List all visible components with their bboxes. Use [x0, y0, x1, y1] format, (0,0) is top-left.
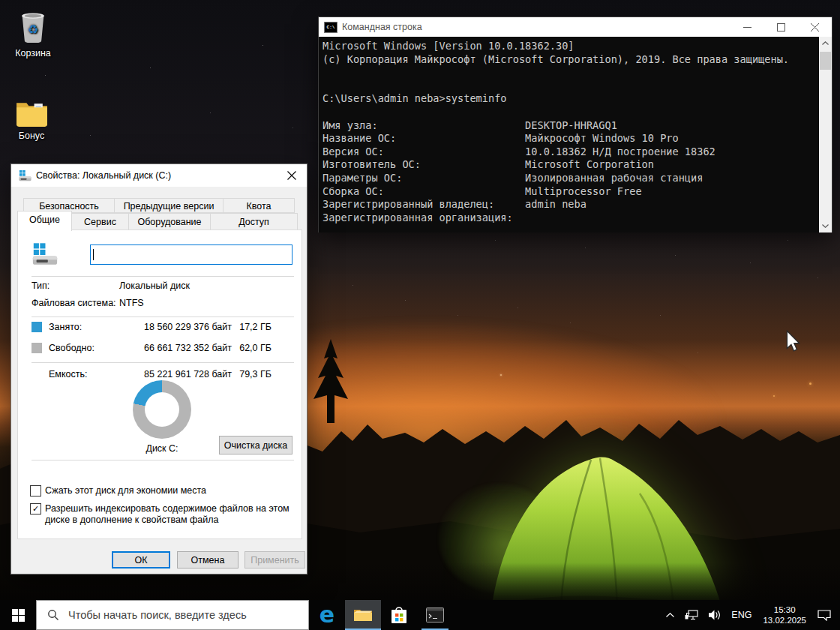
- general-tab-panel: Тип: Локальный диск Файловая система: NT…: [17, 230, 302, 539]
- tab-previous-versions[interactable]: Предыдущие версии: [114, 198, 224, 213]
- disk-chart-label: Диск C:: [133, 443, 191, 454]
- volume-name-input[interactable]: [90, 244, 292, 265]
- separator: [32, 460, 294, 460]
- cmd-output-line: Параметры ОС: Изолированная рабочая стан…: [322, 172, 817, 185]
- clock-date: 13.02.2025: [763, 615, 806, 626]
- used-size: 17,2 ГБ: [219, 322, 272, 332]
- free-swatch: [32, 343, 42, 353]
- compress-checkbox[interactable]: [30, 485, 41, 496]
- tab-sharing[interactable]: Доступ: [210, 213, 298, 230]
- taskbar-store-button[interactable]: [381, 600, 417, 630]
- cmd-titlebar[interactable]: C:\ Командная строка: [319, 17, 832, 37]
- tab-tools[interactable]: Сервис: [71, 213, 129, 230]
- vertical-scrollbar[interactable]: [819, 37, 832, 232]
- type-value: Локальный диск: [119, 280, 190, 291]
- start-button[interactable]: [0, 600, 36, 630]
- taskbar-edge-button[interactable]: e: [309, 600, 345, 630]
- cmd-output-line: Изготовитель ОС: Microsoft Corporation: [322, 158, 817, 172]
- tray-chevron-up-icon[interactable]: [661, 600, 680, 630]
- network-icon[interactable]: [680, 600, 704, 630]
- cmd-output-line: [322, 106, 817, 119]
- text-caret: [93, 249, 94, 260]
- cmd-output-line: [322, 80, 817, 93]
- maximize-button[interactable]: [764, 17, 798, 37]
- search-icon: [47, 609, 59, 621]
- scrollbar-thumb[interactable]: [820, 52, 831, 70]
- cancel-button[interactable]: Отмена: [177, 551, 238, 568]
- cmd-window: C:\ Командная строка Microsoft Windows […: [318, 16, 832, 232]
- filesystem-label: Файловая система:: [32, 298, 116, 308]
- microsoft-store-icon: [390, 605, 408, 625]
- cmd-output-line: Версия ОС: 10.0.18362 Н/Д построение 183…: [322, 146, 817, 159]
- search-input[interactable]: [67, 608, 308, 622]
- cmd-output-line: (с) Корпорация Майкрософт (Microsoft Cor…: [322, 53, 817, 67]
- scroll-down-icon[interactable]: [819, 220, 832, 232]
- capacity-bytes: 85 221 961 728 байт: [104, 369, 232, 380]
- cmd-output-line: Название ОС: Майкрософт Windows 10 Pro: [322, 132, 817, 146]
- cmd-output-line: [322, 66, 817, 80]
- tab-quota[interactable]: Квота: [223, 198, 295, 213]
- bright-star: [773, 395, 775, 397]
- clock-time: 15:30: [763, 604, 806, 615]
- pine-tree-silhouette: [309, 339, 352, 423]
- cmd-output-line: C:\Users\admin neba>systeminfo: [322, 92, 817, 106]
- separator: [32, 362, 294, 363]
- cmd-window-icon: C:\: [324, 22, 338, 33]
- svg-text:♻: ♻: [28, 22, 39, 36]
- separator: [32, 316, 294, 317]
- tab-general[interactable]: Общие: [17, 211, 72, 231]
- folder-icon: [3, 90, 60, 128]
- free-label: Свободно:: [49, 343, 94, 353]
- recycle-bin-icon: ♻: [4, 8, 62, 45]
- capacity-label: Емкость:: [49, 369, 87, 380]
- compress-checkbox-label[interactable]: Сжать этот диск для экономии места: [45, 485, 292, 496]
- desktop-icon-recycle-bin[interactable]: ♻ Корзина: [4, 8, 62, 58]
- ok-button[interactable]: ОК: [112, 551, 170, 568]
- free-bytes: 66 661 732 352 байт: [104, 343, 232, 353]
- disk-cleanup-button[interactable]: Очистка диска: [219, 436, 292, 454]
- indexing-checkbox[interactable]: ✓: [30, 503, 41, 514]
- indexing-checkbox-label[interactable]: Разрешить индексировать содержимое файло…: [45, 503, 292, 526]
- command-prompt-icon: [426, 608, 444, 622]
- disk-usage-donut: [133, 380, 191, 439]
- action-center-icon[interactable]: [812, 600, 840, 630]
- edge-icon: e: [320, 604, 334, 626]
- disk-properties-dialog: Свойства: Локальный диск (C:) Безопаснос…: [10, 164, 308, 574]
- cmd-output-line: Microsoft Windows [Version 10.0.18362.30…: [322, 40, 817, 53]
- drive-icon: [18, 170, 32, 182]
- scroll-up-icon[interactable]: [819, 37, 832, 50]
- stars: [0, 0, 1, 1]
- tab-hardware[interactable]: Оборудование: [128, 213, 211, 230]
- cmd-output-area[interactable]: Microsoft Windows [Version 10.0.18362.30…: [319, 37, 832, 232]
- dialog-title: Свойства: Локальный диск (C:): [36, 170, 277, 181]
- close-button[interactable]: [798, 17, 832, 37]
- separator: [32, 276, 294, 277]
- language-indicator[interactable]: ENG: [726, 600, 757, 630]
- cmd-window-title: Командная строка: [342, 22, 730, 32]
- close-icon[interactable]: [277, 164, 307, 187]
- cmd-output-line: Зарегистрированный владелец: admin neba: [322, 198, 817, 212]
- used-swatch: [32, 322, 42, 332]
- volume-icon[interactable]: [704, 600, 726, 630]
- used-bytes: 18 560 229 376 байт: [104, 322, 232, 332]
- file-explorer-icon: [353, 608, 373, 622]
- free-size: 62,0 ГБ: [219, 343, 272, 353]
- drive-icon-large: [31, 242, 59, 267]
- clock[interactable]: 15:30 13.02.2025: [757, 604, 812, 626]
- desktop-icon-label: Бонус: [3, 130, 60, 141]
- cmd-output-line: Сборка ОС: Multiprocessor Free: [322, 185, 817, 199]
- taskbar-search-box[interactable]: [36, 600, 309, 630]
- cmd-output-line: Зарегистрированная организация:: [322, 212, 817, 225]
- desktop-icon-label: Корзина: [4, 48, 62, 58]
- bright-star: [809, 382, 812, 385]
- capacity-size: 79,3 ГБ: [219, 369, 272, 380]
- taskbar-explorer-button[interactable]: [345, 600, 381, 630]
- desktop-icon-bonus-folder[interactable]: Бонус: [3, 90, 60, 141]
- filesystem-value: NTFS: [119, 298, 144, 308]
- apply-button[interactable]: Применить: [244, 551, 305, 568]
- type-label: Тип:: [32, 280, 50, 291]
- minimize-button[interactable]: [730, 17, 764, 37]
- taskbar: e: [0, 600, 840, 630]
- dialog-titlebar[interactable]: Свойства: Локальный диск (C:): [11, 164, 307, 187]
- taskbar-cmd-button[interactable]: [417, 600, 453, 630]
